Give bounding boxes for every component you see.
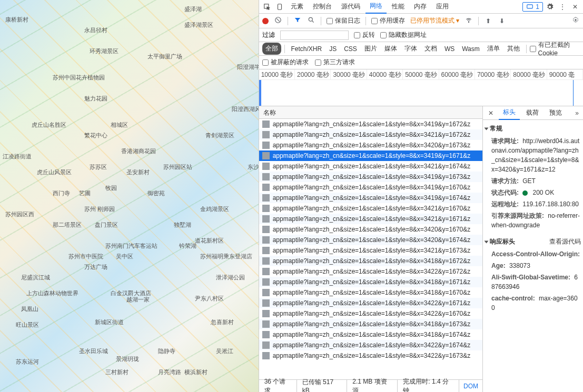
map-label: 艺圃 <box>79 189 91 197</box>
request-row[interactable]: appmaptile?lang=zh_cn&size=1&scale=1&sty… <box>259 119 482 129</box>
timeline-tick: 40000 毫秒 <box>367 69 403 79</box>
record-icon[interactable] <box>262 18 269 24</box>
blocked-cookie-checkbox[interactable]: 有已拦截的 Cookie <box>530 41 580 57</box>
tab-preview[interactable]: 预览 <box>545 106 566 119</box>
request-row[interactable]: appmaptile?lang=zh_cn&size=1&scale=1&sty… <box>259 203 482 214</box>
request-row[interactable]: appmaptile?lang=zh_cn&size=1&scale=1&sty… <box>259 277 482 287</box>
type-ws[interactable]: WS <box>441 44 458 54</box>
type-css[interactable]: CSS <box>341 44 360 54</box>
column-name[interactable]: 名称 <box>259 106 482 119</box>
request-name: appmaptile?lang=zh_cn&size=1&scale=1&sty… <box>273 194 471 202</box>
timeline[interactable]: 10000 毫秒20000 毫秒30000 毫秒40000 毫秒50000 毫秒… <box>259 69 583 106</box>
divider <box>321 17 321 25</box>
third-party-checkbox[interactable]: 第三方请求 <box>315 58 355 67</box>
more-tabs-icon[interactable]: » <box>573 109 581 117</box>
request-row[interactable]: appmaptile?lang=zh_cn&size=1&scale=1&sty… <box>259 224 482 235</box>
type-other[interactable]: 其他 <box>504 43 523 55</box>
request-name: appmaptile?lang=zh_cn&size=1&scale=1&sty… <box>273 152 471 159</box>
request-row[interactable]: appmaptile?lang=zh_cn&size=1&scale=1&sty… <box>259 214 482 224</box>
status-bar: 36 个请求 已传输 517 kB 2.1 MB 项资源 完成用时: 1.4 分… <box>259 379 482 392</box>
close-icon[interactable]: ✕ <box>569 1 581 13</box>
request-row[interactable]: appmaptile?lang=zh_cn&size=1&scale=1&sty… <box>259 298 482 308</box>
tab-memory[interactable]: 内存 <box>410 0 431 13</box>
section-general[interactable]: 常规 <box>485 122 581 135</box>
request-row[interactable]: appmaptile?lang=zh_cn&size=1&scale=1&sty… <box>259 140 482 150</box>
map-canvas[interactable]: 康桥新村盛泽湖永昌径村盛泽湖景区环秀湖景区太平御里广场苏州中国花卉植物园阳澄湖半… <box>0 0 259 392</box>
map-label: 吴中区 <box>116 253 133 260</box>
request-row[interactable]: appmaptile?lang=zh_cn&size=1&scale=1&sty… <box>259 193 482 203</box>
inspect-icon[interactable] <box>261 1 273 13</box>
filter-input[interactable] <box>280 31 349 40</box>
tab-performance[interactable]: 性能 <box>388 0 409 13</box>
gear-icon[interactable] <box>544 1 556 13</box>
type-doc[interactable]: 文档 <box>421 43 440 55</box>
request-name: appmaptile?lang=zh_cn&size=1&scale=1&sty… <box>273 142 471 149</box>
request-list: 名称 appmaptile?lang=zh_cn&size=1&scale=1&… <box>259 106 483 392</box>
type-manifest[interactable]: 清单 <box>484 43 503 55</box>
tab-application[interactable]: 应用 <box>432 0 453 13</box>
wifi-icon[interactable] <box>465 16 473 25</box>
status-count: 36 个请求 <box>259 380 297 392</box>
messages-badge[interactable]: 1 <box>522 2 543 12</box>
type-fetch[interactable]: Fetch/XHR <box>288 44 325 54</box>
request-row[interactable]: appmaptile?lang=zh_cn&size=1&scale=1&sty… <box>259 172 482 182</box>
request-row[interactable]: appmaptile?lang=zh_cn&size=1&scale=1&sty… <box>259 308 482 319</box>
upload-icon[interactable]: ⬆ <box>484 17 492 25</box>
request-row[interactable]: appmaptile?lang=zh_cn&size=1&scale=1&sty… <box>259 161 482 172</box>
download-icon[interactable]: ⬇ <box>498 17 506 25</box>
request-row[interactable]: appmaptile?lang=zh_cn&size=1&scale=1&sty… <box>259 182 482 193</box>
type-media[interactable]: 媒体 <box>381 43 400 55</box>
map-label: 盘门景区 <box>95 221 118 229</box>
request-name: appmaptile?lang=zh_cn&size=1&scale=1&sty… <box>273 236 471 244</box>
map-label: 太平御里广场 <box>147 53 182 61</box>
request-row[interactable]: appmaptile?lang=zh_cn&size=1&scale=1&sty… <box>259 256 482 266</box>
map-label: 盛泽湖 <box>184 5 202 13</box>
device-icon[interactable] <box>274 1 285 13</box>
type-img[interactable]: 图片 <box>361 43 380 55</box>
type-font[interactable]: 字体 <box>401 43 420 55</box>
tab-console[interactable]: 控制台 <box>309 0 336 13</box>
status-dot-icon <box>522 190 528 196</box>
filter-icon[interactable] <box>293 16 302 25</box>
hide-dataurl-checkbox[interactable]: 隐藏数据网址 <box>380 31 427 39</box>
kebab-icon[interactable]: ⋮ <box>557 1 568 13</box>
map-label: 忽喜新村 <box>211 318 234 326</box>
request-row[interactable]: appmaptile?lang=zh_cn&size=1&scale=1&sty… <box>259 235 482 245</box>
request-row[interactable]: appmaptile?lang=zh_cn&size=1&scale=1&sty… <box>259 150 482 161</box>
request-row[interactable]: appmaptile?lang=zh_cn&size=1&scale=1&sty… <box>259 319 482 329</box>
request-row[interactable]: appmaptile?lang=zh_cn&size=1&scale=1&sty… <box>259 350 482 361</box>
disable-cache-checkbox[interactable]: 停用缓存 <box>371 16 405 25</box>
preserve-log-checkbox[interactable]: 保留日志 <box>327 16 360 25</box>
type-js[interactable]: JS <box>326 44 340 54</box>
settings-icon[interactable] <box>571 16 580 25</box>
request-name: appmaptile?lang=zh_cn&size=1&scale=1&sty… <box>273 278 471 286</box>
request-row[interactable]: appmaptile?lang=zh_cn&size=1&scale=1&sty… <box>259 266 482 277</box>
map-label: 相城区 <box>111 121 128 129</box>
section-response-headers[interactable]: 响应标头查看源代码 <box>485 235 581 248</box>
view-source-link[interactable]: 查看源代码 <box>549 237 581 246</box>
request-row[interactable]: appmaptile?lang=zh_cn&size=1&scale=1&sty… <box>259 129 482 140</box>
request-row[interactable]: appmaptile?lang=zh_cn&size=1&scale=1&sty… <box>259 287 482 298</box>
tab-payload[interactable]: 载荷 <box>522 106 543 119</box>
tab-elements[interactable]: 元素 <box>286 0 308 13</box>
type-all[interactable]: 全部 <box>262 43 281 55</box>
file-icon <box>262 184 270 191</box>
timeline-tick: 10000 毫秒 <box>259 69 295 79</box>
type-wasm[interactable]: Wasm <box>459 44 483 54</box>
close-detail-icon[interactable]: ✕ <box>485 109 497 117</box>
invert-checkbox[interactable]: 反转 <box>354 31 375 39</box>
filter-label: 过滤 <box>262 31 275 39</box>
request-row[interactable]: appmaptile?lang=zh_cn&size=1&scale=1&sty… <box>259 245 482 256</box>
throttle-select[interactable]: 已停用节流模式 ▾ <box>410 16 459 25</box>
tab-network[interactable]: 网络 <box>365 0 387 14</box>
file-icon <box>262 247 270 254</box>
tab-sources[interactable]: 源代码 <box>337 0 364 13</box>
request-row[interactable]: appmaptile?lang=zh_cn&size=1&scale=1&sty… <box>259 340 482 350</box>
request-name: appmaptile?lang=zh_cn&size=1&scale=1&sty… <box>273 215 471 223</box>
timeline-tick: 50000 毫秒 <box>403 69 439 79</box>
search-icon[interactable] <box>307 16 315 25</box>
clear-icon[interactable] <box>274 16 282 25</box>
request-row[interactable]: appmaptile?lang=zh_cn&size=1&scale=1&sty… <box>259 329 482 340</box>
tab-headers[interactable]: 标头 <box>499 106 520 120</box>
blocked-requests-checkbox[interactable]: 被屏蔽的请求 <box>262 58 309 67</box>
